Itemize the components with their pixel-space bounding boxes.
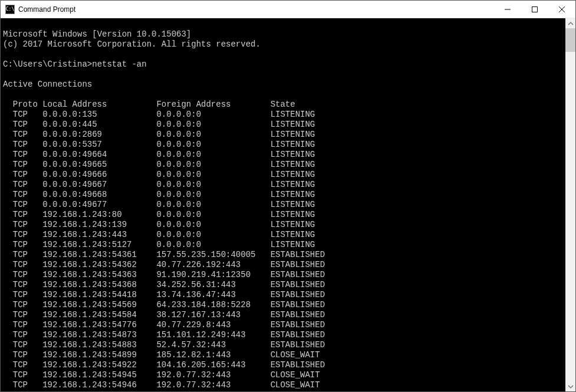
cell-state: ESTABLISHED bbox=[271, 260, 325, 270]
cell-proto: TCP bbox=[3, 120, 42, 130]
cell-local: 192.168.1.243:54946 bbox=[42, 380, 156, 390]
cell-state: CLOSE_WAIT bbox=[271, 350, 320, 360]
cell-foreign: 38.127.167.13:443 bbox=[156, 310, 270, 320]
cell-foreign: 0.0.0.0:0 bbox=[156, 110, 270, 120]
cell-local: 192.168.1.243:139 bbox=[42, 220, 156, 230]
vertical-scrollbar[interactable] bbox=[565, 18, 575, 391]
cell-local: 192.168.1.243:5127 bbox=[42, 240, 156, 250]
cell-proto: TCP bbox=[3, 330, 42, 340]
terminal-output[interactable]: Microsoft Windows [Version 10.0.15063] (… bbox=[1, 18, 565, 391]
cell-state: ESTABLISHED bbox=[271, 290, 325, 300]
copyright-line: (c) 2017 Microsoft Corporation. All righ… bbox=[3, 39, 261, 49]
cell-state: LISTENING bbox=[271, 170, 315, 180]
table-row: TCP0.0.0.0:28690.0.0.0:0LISTENING bbox=[3, 130, 315, 139]
cell-proto: TCP bbox=[3, 180, 42, 190]
cell-state: ESTABLISHED bbox=[271, 320, 325, 330]
cell-local: 192.168.1.243:54873 bbox=[42, 330, 156, 340]
cell-foreign: 0.0.0.0:0 bbox=[156, 180, 270, 190]
window: C:\ Command Prompt Microsoft Windows [Ve… bbox=[0, 0, 576, 392]
cell-state: LISTENING bbox=[271, 120, 315, 130]
scroll-thumb[interactable] bbox=[565, 28, 575, 52]
table-row: TCP192.168.1.243:54873151.101.12.249:443… bbox=[3, 330, 325, 340]
table-row: TCP0.0.0.0:496660.0.0.0:0LISTENING bbox=[3, 170, 315, 179]
cell-proto: TCP bbox=[3, 150, 42, 160]
cell-proto: TCP bbox=[3, 290, 42, 300]
cell-state: ESTABLISHED bbox=[271, 300, 325, 310]
cell-foreign: 13.74.136.47:443 bbox=[156, 290, 270, 300]
cell-local: 192.168.1.243:54584 bbox=[42, 310, 156, 320]
cell-foreign: 0.0.0.0:0 bbox=[156, 240, 270, 250]
table-row: TCP192.168.1.243:54899185.12.82.1:443CLO… bbox=[3, 350, 320, 360]
table-row: TCP0.0.0.0:496770.0.0.0:0LISTENING bbox=[3, 200, 315, 209]
table-row: TCP0.0.0.0:53570.0.0.0:0LISTENING bbox=[3, 140, 315, 149]
chevron-down-icon bbox=[568, 384, 574, 390]
cell-state: LISTENING bbox=[271, 160, 315, 170]
col-state: State bbox=[271, 100, 295, 110]
cell-state: ESTABLISHED bbox=[271, 310, 325, 320]
cell-proto: TCP bbox=[3, 110, 42, 120]
cell-proto: TCP bbox=[3, 260, 42, 270]
cell-state: LISTENING bbox=[271, 110, 315, 120]
cell-state: LISTENING bbox=[271, 140, 315, 150]
cell-proto: TCP bbox=[3, 170, 42, 180]
cell-foreign: 0.0.0.0:0 bbox=[156, 200, 270, 210]
cell-proto: TCP bbox=[3, 390, 42, 391]
cell-state: ESTABLISHED bbox=[271, 280, 325, 290]
version-line: Microsoft Windows [Version 10.0.15063] bbox=[3, 29, 191, 39]
cell-state: ESTABLISHED bbox=[271, 330, 325, 340]
table-row: TCP0.0.0.0:4450.0.0.0:0LISTENING bbox=[3, 120, 315, 129]
table-row: TCP192.168.1.243:800.0.0.0:0LISTENING bbox=[3, 210, 315, 219]
cell-foreign: 192.0.77.32:443 bbox=[156, 370, 270, 380]
table-row: TCP192.168.1.243:5456964.233.184.188:522… bbox=[3, 300, 325, 309]
cell-state: LISTENING bbox=[271, 200, 315, 210]
cell-local: 0.0.0.0:135 bbox=[42, 110, 156, 120]
scroll-track[interactable] bbox=[565, 28, 575, 381]
cell-foreign: 0.0.0.0:0 bbox=[156, 160, 270, 170]
cell-local: 0.0.0.0:49677 bbox=[42, 200, 156, 210]
cell-proto: TCP bbox=[3, 250, 42, 260]
cell-state: LISTENING bbox=[271, 190, 315, 200]
titlebar[interactable]: C:\ Command Prompt bbox=[1, 1, 575, 18]
cell-local: 192.168.1.243:54363 bbox=[42, 270, 156, 280]
table-row: TCP192.168.1.243:5436391.190.219.41:1235… bbox=[3, 270, 325, 279]
cell-proto: TCP bbox=[3, 130, 42, 140]
maximize-button[interactable] bbox=[521, 1, 548, 18]
app-icon: C:\ bbox=[5, 5, 15, 14]
prompt-command: netstat -an bbox=[92, 60, 146, 69]
cell-local: 0.0.0.0:49668 bbox=[42, 190, 156, 200]
minimize-button[interactable] bbox=[494, 1, 521, 18]
table-row: TCP192.168.1.243:5488352.4.57.32:443ESTA… bbox=[3, 340, 325, 350]
cell-state: ESTABLISHED bbox=[271, 360, 325, 370]
table-row: TCP192.168.1.243:54947192.0.77.32:443CLO… bbox=[3, 390, 320, 391]
cell-local: 192.168.1.243:54361 bbox=[42, 250, 156, 260]
table-row: TCP192.168.1.243:54361157.55.235.150:400… bbox=[3, 250, 325, 259]
cell-local: 0.0.0.0:2869 bbox=[42, 130, 156, 140]
cell-foreign: 0.0.0.0:0 bbox=[156, 120, 270, 130]
table-row: TCP192.168.1.243:51270.0.0.0:0LISTENING bbox=[3, 240, 315, 249]
cell-state: LISTENING bbox=[271, 230, 315, 240]
cell-foreign: 151.101.12.249:443 bbox=[156, 330, 270, 340]
table-header-row: ProtoLocal AddressForeign AddressState bbox=[3, 100, 295, 109]
cell-proto: TCP bbox=[3, 270, 42, 280]
cell-foreign: 0.0.0.0:0 bbox=[156, 170, 270, 180]
scroll-up-button[interactable] bbox=[565, 18, 575, 28]
cell-local: 192.168.1.243:54922 bbox=[42, 360, 156, 370]
table-row: TCP0.0.0.0:496650.0.0.0:0LISTENING bbox=[3, 160, 315, 169]
cell-proto: TCP bbox=[3, 370, 42, 380]
cell-local: 192.168.1.243:54776 bbox=[42, 320, 156, 330]
cell-proto: TCP bbox=[3, 310, 42, 320]
cell-state: CLOSE_WAIT bbox=[271, 390, 320, 391]
col-local: Local Address bbox=[42, 100, 156, 110]
cell-foreign: 0.0.0.0:0 bbox=[156, 230, 270, 240]
scroll-down-button[interactable] bbox=[565, 381, 575, 391]
cell-proto: TCP bbox=[3, 230, 42, 240]
cell-foreign: 40.77.226.192:443 bbox=[156, 260, 270, 270]
cell-proto: TCP bbox=[3, 280, 42, 290]
cell-state: ESTABLISHED bbox=[271, 250, 325, 260]
cell-proto: TCP bbox=[3, 140, 42, 150]
cell-state: LISTENING bbox=[271, 150, 315, 160]
close-button[interactable] bbox=[548, 1, 575, 18]
client-area: Microsoft Windows [Version 10.0.15063] (… bbox=[1, 18, 575, 391]
col-foreign: Foreign Address bbox=[156, 100, 270, 110]
window-title: Command Prompt bbox=[18, 5, 494, 14]
